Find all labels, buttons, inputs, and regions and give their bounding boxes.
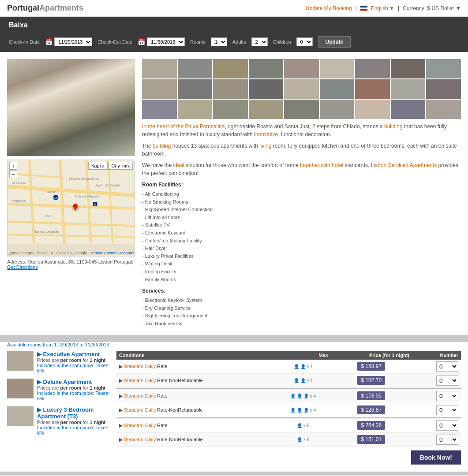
photo-thumb[interactable] — [391, 59, 426, 78]
facility-item: Lift into all floors — [142, 214, 461, 222]
update-booking-link[interactable]: Update My Booking — [306, 5, 352, 11]
photo-thumb[interactable] — [142, 59, 177, 78]
svg-text:Baixa: Baixa — [45, 215, 52, 218]
room-thumbnail — [7, 351, 34, 371]
facilities-section: Room Facilities: Air ConditioningNo Smok… — [142, 181, 461, 283]
zoom-in-button[interactable]: + — [9, 162, 17, 170]
desc-para2: The building houses 13 spacious apartmen… — [142, 142, 461, 158]
checkout-date-input[interactable]: 📅 11/30/2013 — [138, 37, 185, 46]
rate-row: ▶ Standard Daily Rate-NonRefundable 👤 x … — [116, 432, 461, 446]
room-quantity-select[interactable]: 0123 — [436, 435, 458, 445]
room-name[interactable]: ▶ Luxury 3 Bedroom Apartment (T3) — [37, 406, 113, 420]
rate-number-cell[interactable]: 0123 — [412, 418, 461, 432]
facility-item: HighSpeed Internet Connection — [142, 206, 461, 214]
room-name[interactable]: ▶ Deluxe Apartment — [37, 379, 113, 385]
checkin-date-input[interactable]: 📅 11/29/2013 — [45, 37, 92, 46]
room-price-note: Prices are per room for 1 night — [37, 385, 113, 390]
satellite-view-button[interactable]: Спутник — [109, 162, 133, 170]
rate-number-cell[interactable]: 0123 — [412, 360, 461, 374]
rate-name-cell: ▶ Standard Daily Rate — [116, 418, 276, 432]
facilities-list: Air ConditioningNo Smoking RoomsHighSpee… — [142, 190, 461, 283]
photo-thumb[interactable] — [391, 100, 426, 119]
rate-number-cell[interactable]: 0123 — [412, 389, 461, 403]
photo-thumb[interactable] — [249, 79, 284, 99]
chevron-down-icon: ▼ — [389, 5, 394, 11]
photo-thumb[interactable] — [320, 79, 355, 99]
photo-thumb[interactable] — [355, 79, 390, 99]
svg-line-6 — [108, 160, 112, 244]
top-bar: PortugalApartments Update My Booking | E… — [0, 0, 468, 17]
right-column: In the heart of the Baixa Pombalina, rig… — [142, 59, 461, 328]
checkin-date-select[interactable]: 11/29/2013 — [54, 37, 92, 46]
photo-thumb[interactable] — [284, 59, 319, 78]
photo-thumb[interactable] — [213, 79, 248, 99]
photo-thumb[interactable] — [249, 59, 284, 78]
photo-thumb[interactable] — [142, 100, 177, 119]
rate-row: ▶ Standard Daily Rate 👤 👤 x 4 $ 158.97 0… — [116, 360, 461, 374]
map-container[interactable]: Карта Спутник + − — [7, 160, 135, 257]
photo-thumb[interactable] — [426, 100, 461, 119]
price-badge: $ 151.01 — [357, 435, 385, 444]
section-divider — [0, 335, 468, 338]
rate-price-cell: $ 254.36 — [331, 418, 412, 432]
photo-thumb[interactable] — [355, 59, 390, 78]
photo-thumb[interactable] — [178, 79, 213, 99]
price-badge: $ 158.97 — [357, 362, 385, 371]
adults-select[interactable]: 123 — [251, 37, 268, 46]
rate-number-cell[interactable]: 0123 — [412, 373, 461, 387]
logo: PortugalApartments — [7, 4, 83, 13]
facility-item: Electronic Keycard — [142, 229, 461, 237]
map-view-button[interactable]: Карта — [88, 162, 107, 170]
room-info: ▶ Executive Apartment Prices are per roo… — [37, 351, 113, 373]
svg-text:Bairro Alto: Bairro Alto — [12, 182, 26, 185]
language-selector[interactable]: English ▼ — [371, 5, 394, 11]
rate-number-cell[interactable]: 0123 — [412, 403, 461, 417]
max-header: Max — [276, 351, 331, 360]
svg-line-0 — [7, 186, 135, 195]
photo-thumb[interactable] — [320, 100, 355, 119]
photo-thumb[interactable] — [284, 79, 319, 99]
room-name[interactable]: ▶ Executive Apartment — [37, 351, 113, 357]
photo-thumb[interactable] — [320, 59, 355, 78]
book-now-button[interactable]: Book Now! — [411, 450, 461, 465]
photo-thumb[interactable] — [426, 79, 461, 99]
svg-line-4 — [60, 160, 64, 244]
rooms-select[interactable]: 123 — [211, 37, 227, 46]
room-quantity-select[interactable]: 0123 — [436, 420, 458, 431]
photo-thumb[interactable] — [249, 100, 284, 119]
main-content: Карта Спутник + − — [0, 52, 468, 335]
booking-bar: Baixa Check-In Date 📅 11/29/2013 Check-O… — [0, 17, 468, 52]
service-item: Electronic Keylock System — [142, 297, 461, 305]
room-quantity-select[interactable]: 0123 — [436, 361, 458, 372]
photo-thumb[interactable] — [391, 79, 426, 99]
facility-item: Ironing Facility — [142, 268, 461, 276]
photo-thumb[interactable] — [178, 100, 213, 119]
zoom-out-button[interactable]: − — [9, 170, 17, 178]
room-quantity-select[interactable]: 0123 — [436, 391, 458, 401]
photo-thumb[interactable] — [284, 100, 319, 119]
pricing-table: Conditions Max Price (for 1 night) Numbe… — [116, 351, 461, 465]
rate-number-cell[interactable]: 0123 — [412, 432, 461, 446]
main-photo[interactable] — [7, 59, 135, 156]
update-button[interactable]: Update — [318, 36, 351, 48]
rate-row: ▶ Standard Daily Rate-NonRefundable 👤 👤 … — [116, 403, 461, 417]
photo-thumb[interactable] — [142, 79, 177, 99]
svg-line-1 — [7, 204, 135, 208]
rate-name-cell: ▶ Standard Daily Rate — [116, 389, 276, 403]
photo-thumb[interactable] — [178, 59, 213, 78]
photo-thumb[interactable] — [426, 59, 461, 78]
facility-item: Writing Desk — [142, 260, 461, 268]
directions-link[interactable]: Get Directions — [7, 264, 38, 270]
left-column: Карта Спутник + − — [7, 59, 135, 328]
logo-bold: Portugal — [7, 4, 39, 12]
photo-thumb[interactable] — [213, 100, 248, 119]
photo-thumb[interactable] — [213, 59, 248, 78]
room-quantity-select[interactable]: 0123 — [436, 376, 458, 386]
rate-price-cell: $ 126.87 — [331, 403, 412, 417]
photo-thumb[interactable] — [355, 100, 390, 119]
room-item: ▶ Deluxe Apartment Prices are per room f… — [7, 379, 113, 401]
price-badge: $ 126.87 — [357, 405, 385, 414]
checkout-date-select[interactable]: 11/30/2013 — [147, 37, 185, 46]
children-select[interactable]: 012 — [296, 37, 313, 46]
room-quantity-select[interactable]: 0123 — [436, 405, 458, 415]
